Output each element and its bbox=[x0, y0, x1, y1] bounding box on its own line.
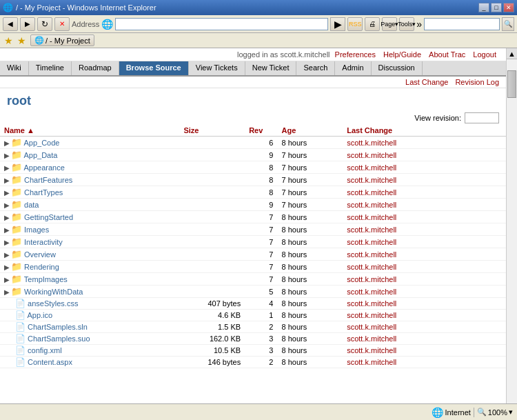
author-link[interactable]: scott.k.mitchell bbox=[347, 250, 396, 259]
expand-arrow[interactable]: ▶ bbox=[4, 189, 10, 197]
zoom-dropdown-icon[interactable]: ▾ bbox=[509, 408, 513, 417]
cell-author: scott.k.mitchell bbox=[343, 248, 506, 261]
folder-link[interactable]: WorkingWithData bbox=[24, 288, 83, 296]
folder-link[interactable]: Images bbox=[24, 226, 49, 234]
folder-link[interactable]: Appearance bbox=[23, 163, 64, 172]
folder-link[interactable]: data bbox=[24, 201, 39, 209]
revision-log-link[interactable]: Revision Log bbox=[455, 78, 499, 86]
author-link[interactable]: scott.k.mitchell bbox=[347, 226, 396, 234]
expand-arrow[interactable]: ▶ bbox=[4, 214, 10, 221]
folder-link[interactable]: Interactivity bbox=[24, 238, 63, 246]
tab-view-tickets[interactable]: View Tickets bbox=[189, 61, 245, 75]
author-link[interactable]: scott.k.mitchell bbox=[347, 334, 396, 343]
tab-wiki[interactable]: Wiki bbox=[0, 61, 29, 75]
expand-arrow[interactable]: ▶ bbox=[4, 239, 10, 246]
about-trac-link[interactable]: About Trac bbox=[429, 50, 465, 59]
folder-link[interactable]: Rendering bbox=[24, 263, 59, 271]
expand-arrow[interactable]: ▶ bbox=[4, 276, 10, 283]
tab-browse-source[interactable]: Browse Source bbox=[119, 61, 189, 75]
stop-button[interactable]: ✕ bbox=[54, 17, 70, 31]
bookmark-myproject[interactable]: 🌐 / - My Project bbox=[30, 34, 94, 46]
author-link[interactable]: scott.k.mitchell bbox=[347, 311, 396, 319]
scroll-up-button[interactable]: ▲ bbox=[507, 48, 517, 59]
address-input[interactable]: https://free2.projectlocker.com/ScottMit… bbox=[115, 18, 328, 30]
author-link[interactable]: scott.k.mitchell bbox=[347, 176, 396, 184]
author-link[interactable]: scott.k.mitchell bbox=[347, 163, 396, 172]
window-controls[interactable]: _ □ ✕ bbox=[478, 3, 514, 12]
forward-button[interactable]: ▶ bbox=[20, 17, 35, 31]
page-menu-button[interactable]: Page▾ bbox=[382, 17, 397, 31]
col-header-name[interactable]: Name ▲ bbox=[0, 125, 179, 137]
tab-discussion[interactable]: Discussion bbox=[372, 61, 423, 75]
cell-author: scott.k.mitchell bbox=[343, 310, 506, 321]
author-link[interactable]: scott.k.mitchell bbox=[347, 299, 396, 308]
expand-arrow[interactable]: ▶ bbox=[4, 152, 10, 159]
expand-arrow[interactable]: ▶ bbox=[4, 226, 10, 234]
back-button[interactable]: ◀ bbox=[3, 17, 18, 31]
tab-roadmap[interactable]: Roadmap bbox=[72, 61, 119, 75]
go-button[interactable]: ▶ bbox=[330, 17, 345, 31]
folder-link[interactable]: App_Code bbox=[23, 139, 59, 147]
cell-rev: 7 bbox=[245, 261, 277, 273]
file-link[interactable]: App.ico bbox=[27, 311, 52, 319]
col-header-size[interactable]: Size bbox=[179, 125, 245, 137]
close-button[interactable]: ✕ bbox=[503, 3, 514, 12]
folder-link[interactable]: Overview bbox=[24, 250, 56, 259]
view-revision-input[interactable] bbox=[465, 112, 499, 123]
tab-new-ticket[interactable]: New Ticket bbox=[245, 61, 297, 75]
author-link[interactable]: scott.k.mitchell bbox=[347, 323, 396, 331]
author-link[interactable]: scott.k.mitchell bbox=[347, 263, 396, 271]
file-link[interactable]: ChartSamples.suo bbox=[28, 334, 90, 343]
tab-timeline[interactable]: Timeline bbox=[29, 61, 72, 75]
author-link[interactable]: scott.k.mitchell bbox=[347, 188, 396, 197]
folder-link[interactable]: TempImages bbox=[24, 275, 68, 283]
expand-arrow[interactable]: ▶ bbox=[4, 288, 10, 296]
file-link[interactable]: config.xml bbox=[28, 346, 62, 354]
tab-search[interactable]: Search bbox=[296, 61, 335, 75]
expand-arrow[interactable]: ▶ bbox=[4, 201, 10, 209]
logout-link[interactable]: Logout bbox=[473, 50, 496, 59]
preferences-link[interactable]: Preferences bbox=[335, 50, 376, 59]
author-link[interactable]: scott.k.mitchell bbox=[347, 213, 396, 221]
expand-arrow[interactable]: ▶ bbox=[4, 139, 10, 147]
favorites-star-icon[interactable]: ★ bbox=[4, 35, 13, 46]
print-button[interactable]: 🖨 bbox=[365, 17, 380, 31]
file-link[interactable]: ChartSamples.sln bbox=[28, 323, 88, 331]
scroll-thumb[interactable] bbox=[507, 70, 516, 98]
tab-admin[interactable]: Admin bbox=[335, 61, 371, 75]
tools-menu-button[interactable]: Tools▾ bbox=[399, 17, 414, 31]
author-link[interactable]: scott.k.mitchell bbox=[347, 275, 396, 283]
rss-button[interactable]: RSS bbox=[347, 17, 363, 31]
folder-link[interactable]: App_Data bbox=[23, 151, 57, 159]
refresh-button[interactable]: ↻ bbox=[37, 17, 52, 31]
folder-link[interactable]: ChartTypes bbox=[24, 188, 63, 197]
search-go-button[interactable]: 🔍 bbox=[502, 17, 514, 31]
maximize-button[interactable]: □ bbox=[491, 3, 502, 12]
minimize-button[interactable]: _ bbox=[478, 3, 489, 12]
file-link[interactable]: Content.aspx bbox=[28, 358, 72, 366]
author-link[interactable]: scott.k.mitchell bbox=[347, 346, 396, 354]
table-row: ▶📁 Rendering78 hoursscott.k.mitchell bbox=[0, 261, 506, 273]
last-change-link[interactable]: Last Change bbox=[405, 78, 448, 86]
expand-arrow[interactable]: ▶ bbox=[4, 164, 10, 172]
add-favorites-icon[interactable]: ★ bbox=[17, 35, 26, 46]
author-link[interactable]: scott.k.mitchell bbox=[347, 358, 396, 366]
scrollbar[interactable]: ▲ bbox=[506, 48, 517, 403]
col-header-rev[interactable]: Rev bbox=[245, 125, 277, 137]
expand-arrow[interactable]: ▶ bbox=[4, 263, 10, 271]
author-link[interactable]: scott.k.mitchell bbox=[347, 238, 396, 246]
file-link[interactable]: anseStyles.css bbox=[28, 299, 78, 308]
col-header-age[interactable]: Age bbox=[277, 125, 343, 137]
expand-arrow[interactable]: ▶ bbox=[4, 251, 10, 259]
author-link[interactable]: scott.k.mitchell bbox=[347, 288, 396, 296]
expand-arrow[interactable]: ▶ bbox=[4, 177, 10, 184]
zoom-control[interactable]: 🔍 100% ▾ bbox=[477, 408, 513, 417]
folder-link[interactable]: GettingStarted bbox=[24, 213, 73, 221]
author-link[interactable]: scott.k.mitchell bbox=[347, 151, 396, 159]
author-link[interactable]: scott.k.mitchell bbox=[347, 201, 396, 209]
folder-link[interactable]: ChartFeatures bbox=[24, 176, 72, 184]
search-input[interactable] bbox=[424, 18, 500, 30]
help-guide-link[interactable]: Help/Guide bbox=[383, 50, 421, 59]
author-link[interactable]: scott.k.mitchell bbox=[347, 139, 396, 147]
col-header-last-change[interactable]: Last Change bbox=[343, 125, 506, 137]
